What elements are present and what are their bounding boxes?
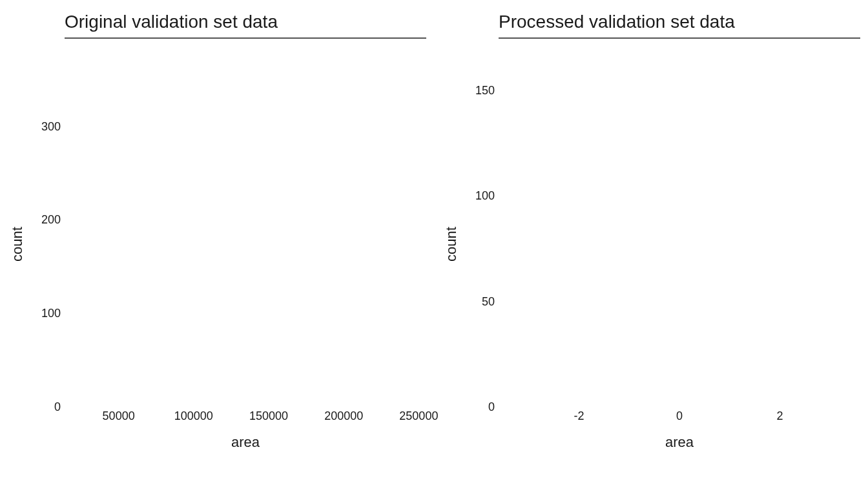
grid-hline [65,37,426,38]
x-ticks: 50000100000150000200000250000 [65,407,426,433]
x-tick-label: 0 [676,409,683,423]
y-axis-label-text: count [9,227,26,262]
y-tick-label: 200 [41,213,61,227]
x-axis-label: area [499,433,860,451]
y-tick-label: 50 [482,294,495,308]
chart-pair: Original validation set data count 01002… [0,0,868,496]
y-ticks: 0100200300 [27,37,65,407]
chart-right: Processed validation set data count 0501… [434,0,868,496]
chart-title: Original validation set data [65,12,426,32]
grid-hline-minor [65,37,426,38]
grid-hline [499,37,860,38]
grid-hline-minor [65,37,426,38]
x-tick-label: 150000 [249,409,288,423]
x-tick-label: 2 [777,409,783,423]
y-tick-label: 100 [41,307,61,320]
x-tick-label: -2 [574,409,584,423]
y-tick-label: 100 [475,189,495,203]
x-axis-label: area [65,433,426,451]
y-tick-label: 150 [475,83,495,97]
grid-hline [65,37,426,38]
x-tick-label: 100000 [174,409,213,423]
grid-hline-minor [499,37,860,38]
plot-area [499,37,860,39]
grid-hline [499,37,860,38]
x-tick-label: 200000 [324,409,363,423]
x-tick-label: 250000 [399,409,438,423]
y-axis-label: count [8,37,27,451]
plot-row: count 050100150 -202 area [442,37,860,451]
y-tick-label: 0 [488,400,495,414]
y-tick-label: 300 [41,119,61,133]
axis-container: 0100200300 [27,37,426,407]
plot-column: 050100150 -202 area [461,37,860,451]
x-ticks: -202 [499,407,860,433]
x-tick-label: 50000 [103,409,135,423]
y-axis-label: count [442,37,461,451]
y-axis-label-text: count [443,227,460,262]
plot-area [65,37,426,39]
grid-hline-minor [499,37,860,38]
chart-left: Original validation set data count 01002… [0,0,434,496]
grid-hline [65,37,426,38]
grid-hline-minor [65,37,426,38]
y-ticks: 050100150 [461,37,499,407]
grid-hline-minor [65,37,426,38]
axis-container: 050100150 [461,37,860,407]
plot-column: 0100200300 50000100000150000200000250000… [27,37,426,451]
y-tick-label: 0 [54,400,61,414]
grid-hline [499,37,860,38]
chart-title: Processed validation set data [499,12,860,32]
grid-hline [65,37,426,38]
grid-hline-minor [499,37,860,38]
grid-hline [499,37,860,38]
plot-row: count 0100200300 50000100000150000200000… [8,37,426,451]
